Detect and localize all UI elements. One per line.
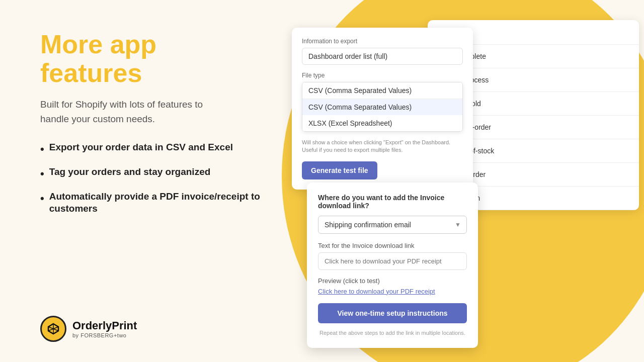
left-content: More app features Built for Shopify with…: [40, 30, 262, 215]
export-hint: Will show a choice when clicking "Export…: [302, 139, 463, 154]
brand-sub: by FORSBERG+two: [72, 332, 137, 338]
dropdown-option-csv[interactable]: CSV (Comma Separated Values): [302, 99, 462, 115]
info-input[interactable]: [302, 48, 463, 65]
invoice-text-input[interactable]: [318, 252, 467, 270]
file-label: File type: [302, 72, 463, 79]
feature-item-2: Tag your orders and stay organized: [40, 166, 262, 182]
subtitle: Built for Shopify with lots of features …: [40, 98, 231, 126]
invoice-footer: Repeat the above steps to add the link i…: [318, 329, 467, 337]
brand-logo: [40, 316, 66, 342]
text-label: Text for the Invoice download link: [318, 242, 467, 249]
preview-label: Preview (click to test): [318, 277, 467, 285]
brand-name: OrderlyPrint: [72, 319, 137, 332]
export-card: Information to export File type CSV (Com…: [292, 28, 473, 190]
invoice-question: Where do you want to add the Invoice dow…: [318, 194, 467, 210]
invoice-card: Where do you want to add the Invoice dow…: [307, 183, 478, 348]
brand-text: OrderlyPrint by FORSBERG+two: [72, 319, 137, 338]
right-panel: Information to export File type CSV (Com…: [282, 0, 644, 362]
main-title: More app features: [40, 30, 262, 87]
invoice-select-wrap: Shipping confirmation email ▼: [318, 216, 467, 234]
features-list: Export your order data in CSV and Excel …: [40, 141, 262, 215]
dropdown-current: CSV (Comma Separated Values): [302, 82, 462, 99]
invoice-location-select[interactable]: Shipping confirmation email: [318, 216, 467, 234]
brand: OrderlyPrint by FORSBERG+two: [40, 316, 262, 342]
file-type-dropdown[interactable]: CSV (Comma Separated Values) CSV (Comma …: [302, 82, 463, 132]
feature-item-1: Export your order data in CSV and Excel: [40, 141, 262, 157]
setup-btn[interactable]: View one-time setup instructions: [318, 303, 467, 323]
dropdown-option-xlsx[interactable]: XLSX (Excel Spreadsheet): [302, 115, 462, 131]
preview-link[interactable]: Click here to download your PDF receipt: [318, 288, 467, 295]
feature-item-3: Automatically provide a PDF invoice/rece…: [40, 191, 262, 215]
generate-btn[interactable]: Generate test file: [302, 161, 377, 179]
left-panel: More app features Built for Shopify with…: [0, 0, 292, 362]
info-label: Information to export: [302, 38, 463, 45]
